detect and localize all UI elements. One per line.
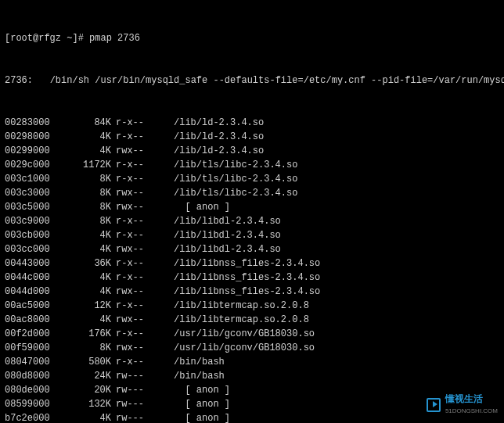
col-map: /lib/libnss_files-2.3.4.so	[160, 256, 320, 271]
col-map: /lib/ld-2.3.4.so	[160, 116, 264, 130]
col-perm: r-x--	[111, 228, 160, 242]
col-perm: rw---	[111, 383, 160, 397]
col-map: /lib/tls/libc-2.3.4.so	[160, 186, 297, 200]
col-perm: rwx--	[111, 285, 160, 299]
pmap-row: 0044d0004Krwx--/lib/libnss_files-2.3.4.s…	[5, 285, 499, 299]
col-addr: 003c5000	[5, 200, 67, 214]
prompt-host: rfgz	[38, 33, 61, 44]
col-addr: 00f2d000	[5, 327, 67, 341]
col-size: 4K	[67, 228, 111, 242]
col-map: /lib/tls/libc-2.3.4.so	[160, 172, 297, 186]
col-map: [ anon ]	[160, 200, 230, 214]
col-size: 580K	[67, 355, 111, 369]
col-map: /lib/libdl-2.3.4.so	[160, 214, 281, 228]
pmap-row: 002990004Krwx--/lib/ld-2.3.4.so	[5, 144, 499, 158]
col-perm: rwx--	[111, 242, 160, 256]
col-perm: rw---	[111, 369, 160, 383]
pmap-row: b7c2e0004Krw--- [ anon ]	[5, 411, 499, 423]
col-size: 4K	[67, 242, 111, 256]
col-addr: 0044c000	[5, 271, 67, 285]
col-perm: r-x--	[111, 299, 160, 313]
col-size: 20K	[67, 383, 111, 397]
col-map: /bin/bash	[160, 355, 225, 369]
col-size: 4K	[67, 313, 111, 327]
col-addr: 003c1000	[5, 172, 67, 186]
col-perm: r-x--	[111, 158, 160, 172]
pmap-desc: /bin/sh /usr/bin/mysqld_safe --defaults-…	[50, 75, 504, 86]
col-size: 132K	[67, 397, 111, 411]
col-size: 176K	[67, 327, 111, 341]
col-addr: 080de000	[5, 383, 67, 397]
terminal[interactable]: [root@rfgz ~]# pmap 2736 2736: /bin/sh /…	[0, 0, 504, 423]
col-addr: 08047000	[5, 355, 67, 369]
col-map: [ anon ]	[160, 383, 230, 397]
col-size: 24K	[67, 369, 111, 383]
pmap-row: 003cb0004Kr-x--/lib/libdl-2.3.4.so	[5, 228, 499, 242]
prompt-symbol: #	[78, 33, 84, 44]
col-size: 4K	[67, 285, 111, 299]
col-perm: rwx--	[111, 341, 160, 355]
prompt-user: root	[10, 33, 33, 44]
col-addr: 003c9000	[5, 214, 67, 228]
col-addr: 00ac8000	[5, 313, 67, 327]
watermark: 懂视生活 51DONGSHI.COM	[427, 392, 498, 418]
col-perm: rw---	[111, 411, 160, 423]
watermark-logo-icon	[427, 398, 441, 412]
pmap-row: 00ac80004Krwx--/lib/libtermcap.so.2.0.8	[5, 313, 499, 327]
col-size: 4K	[67, 130, 111, 144]
col-addr: 0029c000	[5, 158, 67, 172]
pmap-row: 08047000580Kr-x--/bin/bash	[5, 355, 499, 369]
col-perm: r-x--	[111, 214, 160, 228]
col-addr: 080d8000	[5, 369, 67, 383]
col-map: /bin/bash	[160, 369, 225, 383]
col-size: 8K	[67, 186, 111, 200]
col-perm: r-x--	[111, 172, 160, 186]
pmap-row: 003c10008Kr-x--/lib/tls/libc-2.3.4.so	[5, 172, 499, 186]
col-addr: b7c2e000	[5, 411, 67, 423]
col-map: /lib/libtermcap.so.2.0.8	[160, 299, 309, 313]
col-size: 8K	[67, 341, 111, 355]
col-size: 1172K	[67, 158, 111, 172]
col-addr: 003cc000	[5, 242, 67, 256]
col-map: /lib/ld-2.3.4.so	[160, 144, 264, 158]
col-size: 8K	[67, 214, 111, 228]
pmap-row: 0044c0004Kr-x--/lib/libnss_files-2.3.4.s…	[5, 271, 499, 285]
col-size: 4K	[67, 271, 111, 285]
pmap-row: 0044300036Kr-x--/lib/libnss_files-2.3.4.…	[5, 256, 499, 271]
col-map: /lib/tls/libc-2.3.4.so	[160, 158, 297, 172]
col-size: 12K	[67, 299, 111, 313]
prompt-line: [root@rfgz ~]# pmap 2736	[5, 31, 499, 45]
col-perm: rwx--	[111, 313, 160, 327]
watermark-text: 懂视生活	[445, 393, 483, 404]
col-perm: r-x--	[111, 256, 160, 271]
col-perm: r-x--	[111, 116, 160, 130]
pmap-row: 003cc0004Krwx--/lib/libdl-2.3.4.so	[5, 242, 499, 256]
col-size: 4K	[67, 411, 111, 423]
col-addr: 003c3000	[5, 186, 67, 200]
col-addr: 0044d000	[5, 285, 67, 299]
col-map: [ anon ]	[160, 397, 230, 411]
col-addr: 00298000	[5, 130, 67, 144]
pmap-row: 00ac500012Kr-x--/lib/libtermcap.so.2.0.8	[5, 299, 499, 313]
col-addr: 00f59000	[5, 341, 67, 355]
pmap-row: 003c30008Krwx--/lib/tls/libc-2.3.4.so	[5, 186, 499, 200]
pmap-row: 080d800024Krw---/bin/bash	[5, 369, 499, 383]
col-map: /lib/libdl-2.3.4.so	[160, 242, 281, 256]
col-addr: 003cb000	[5, 228, 67, 242]
pmap-rows: 0028300084Kr-x--/lib/ld-2.3.4.so00298000…	[5, 116, 499, 423]
watermark-sub: 51DONGSHI.COM	[445, 404, 498, 418]
command-text: pmap 2736	[89, 33, 140, 44]
pmap-row: 003c90008Kr-x--/lib/libdl-2.3.4.so	[5, 214, 499, 228]
col-map: /lib/ld-2.3.4.so	[160, 130, 264, 144]
col-perm: r-x--	[111, 355, 160, 369]
col-addr: 00ac5000	[5, 299, 67, 313]
pmap-row: 00f2d000176Kr-x--/usr/lib/gconv/GB18030.…	[5, 327, 499, 341]
col-map: /usr/lib/gconv/GB18030.so	[160, 341, 315, 355]
col-size: 84K	[67, 116, 111, 130]
pmap-row: 080de00020Krw--- [ anon ]	[5, 383, 499, 397]
col-perm: r-x--	[111, 271, 160, 285]
pmap-row: 0029c0001172Kr-x--/lib/tls/libc-2.3.4.so	[5, 158, 499, 172]
col-addr: 00443000	[5, 256, 67, 271]
col-perm: r-x--	[111, 327, 160, 341]
col-map: /lib/libdl-2.3.4.so	[160, 228, 281, 242]
